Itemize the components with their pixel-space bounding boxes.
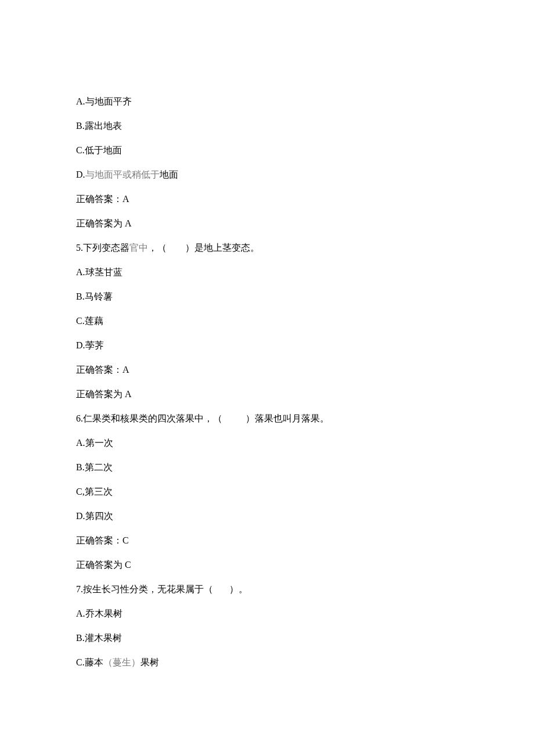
q6-answer-confirm: 正确答案为 C [76,560,534,570]
q7-option-b: B.灌木果树 [76,633,534,643]
q7-stem: 7.按生长习性分类，无花果属于（ ）。 [76,585,534,594]
q5-option-a: A.球茎甘蓝 [76,268,534,277]
q5-stem-post: ，（ ）是地上茎变态。 [148,243,259,253]
q7-option-a: A.乔木果树 [76,609,534,618]
q5-option-d: D.荸荠 [76,341,534,350]
q5-stem: 5.下列变态器官中，（ ）是地上茎变态。 [76,243,534,253]
q7-option-c-mid: （蔓生） [103,657,140,667]
q4-option-a: A.与地面平齐 [76,97,534,106]
q4-option-d-post: 地面 [160,170,178,179]
q4-option-d: D.与地面平或稍低于地面 [76,170,534,179]
q4-answer-confirm: 正确答案为 A [76,219,534,228]
q7-option-c-pre: C.藤本 [76,657,103,667]
q6-option-d: D.第四次 [76,512,534,521]
q5-stem-mid: 官中 [129,243,148,253]
q4-option-b: B.露出地表 [76,121,534,131]
q4-option-c: C.低于地面 [76,146,534,155]
q6-option-c: C,第三次 [76,487,534,496]
document-page: A.与地面平齐 B.露出地表 C.低于地面 D.与地面平或稍低于地面 正确答案：… [0,0,534,756]
q7-option-c-post: 果树 [140,657,159,667]
q6-option-b: B.第二次 [76,463,534,472]
q5-answer-confirm: 正确答案为 A [76,390,534,399]
q4-answer-label: 正确答案：A [76,195,534,204]
q6-answer-label: 正确答案：C [76,536,534,545]
q6-option-a: A.第一次 [76,438,534,448]
q5-answer-label: 正确答案：A [76,365,534,375]
q5-option-b: B.马铃薯 [76,292,534,301]
q4-option-d-pre: D. [76,170,85,179]
q5-option-c: C.莲藕 [76,316,534,326]
q6-stem: 6.仁果类和核果类的四次落果中，（ ）落果也叫月落果。 [76,414,534,423]
q4-option-d-mid: 与地面平或稍低于 [85,170,160,179]
q5-stem-pre: 5.下列变态器 [76,243,129,253]
q7-option-c: C.藤本（蔓生）果树 [76,658,534,667]
